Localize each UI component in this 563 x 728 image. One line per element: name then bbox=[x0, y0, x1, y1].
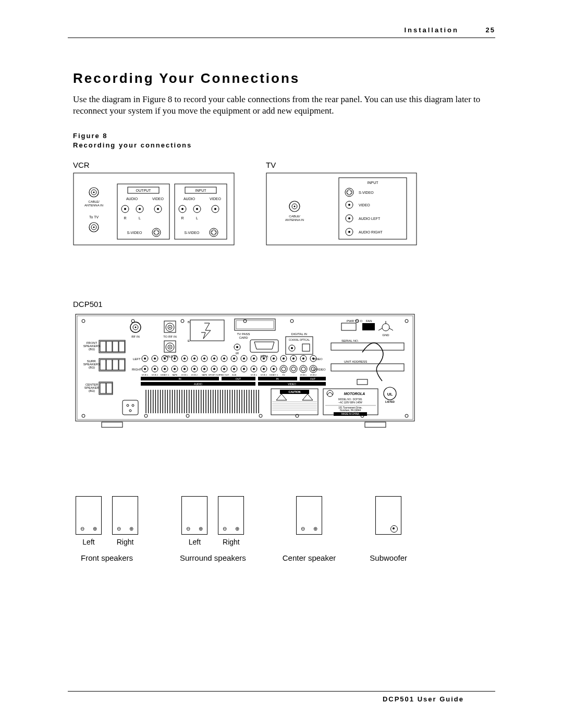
svg-point-183 bbox=[213, 357, 215, 360]
svg-point-181 bbox=[203, 368, 205, 370]
svg-text:MOTOROLA: MOTOROLA bbox=[344, 392, 365, 396]
svg-text:TV PASS: TV PASS bbox=[237, 332, 250, 336]
svg-text:SERIAL NO.: SERIAL NO. bbox=[341, 339, 359, 342]
svg-text:S-VIDEO: S-VIDEO bbox=[185, 231, 200, 235]
svg-point-221 bbox=[301, 367, 305, 371]
speaker-box: ⊖⊕ bbox=[181, 496, 207, 535]
header-section: Installation bbox=[404, 26, 459, 34]
svg-text:B: B bbox=[188, 320, 190, 324]
device-row-1: VCR CABLE/ ANTENNA IN To TV bbox=[73, 161, 495, 248]
vcr-output-label: OUTPUT bbox=[136, 189, 152, 192]
svg-point-155 bbox=[144, 357, 146, 360]
footer-rule bbox=[68, 691, 495, 692]
svg-text:S-VIDEO: S-VIDEO bbox=[359, 191, 374, 194]
svg-point-109 bbox=[236, 346, 238, 348]
speaker-terminals: FRONT SPEAKERS (8Ω) SURR. SPEAKERS (8Ω) … bbox=[83, 340, 125, 394]
svg-rect-46 bbox=[266, 173, 417, 245]
svg-point-41 bbox=[211, 230, 216, 235]
subwoofer: Subwoofer bbox=[370, 496, 407, 562]
svg-point-77 bbox=[290, 319, 293, 323]
svg-point-163 bbox=[164, 357, 166, 360]
svg-text:ANTENNA IN: ANTENNA IN bbox=[285, 218, 304, 221]
svg-rect-143 bbox=[113, 360, 118, 370]
svg-text:MODEL NO.: DCP 501: MODEL NO.: DCP 501 bbox=[338, 398, 362, 401]
svg-text:PWR TO O: PWR TO O bbox=[347, 319, 362, 323]
svg-point-45 bbox=[215, 233, 216, 234]
svg-text:AUDIO: AUDIO bbox=[194, 382, 202, 386]
svg-text:~AC 120V 60Hz   140W: ~AC 120V 60Hz 140W bbox=[338, 401, 362, 404]
svg-point-26 bbox=[157, 233, 158, 234]
svg-text:VCR 2: VCR 2 bbox=[261, 374, 267, 376]
svg-text:UL: UL bbox=[387, 392, 393, 397]
speaker-box: ⊖⊕ bbox=[296, 496, 322, 535]
svg-text:(8Ω): (8Ω) bbox=[89, 389, 95, 392]
vcr-diagram: CABLE/ ANTENNA IN To TV OUTPUT AUDIO VID… bbox=[73, 172, 235, 245]
svg-point-75 bbox=[181, 319, 184, 323]
svg-point-32 bbox=[181, 208, 183, 210]
svg-point-58 bbox=[350, 193, 351, 194]
svg-text:LEFT: LEFT bbox=[133, 357, 141, 361]
svg-text:VIDEO: VIDEO bbox=[152, 197, 164, 201]
svg-point-54 bbox=[347, 190, 352, 195]
figure-caption: Recording your connections bbox=[73, 141, 192, 149]
svg-text:(8Ω): (8Ω) bbox=[89, 348, 95, 351]
svg-rect-71 bbox=[102, 422, 123, 427]
tv-input-label: INPUT bbox=[368, 181, 379, 184]
svg-point-3 bbox=[93, 192, 95, 193]
svg-point-43 bbox=[215, 231, 216, 232]
svg-text:VIDEO 1: VIDEO 1 bbox=[270, 374, 278, 376]
svg-point-21 bbox=[152, 228, 161, 237]
vcr-ant-label: CABLE/ bbox=[88, 200, 100, 203]
svg-rect-135 bbox=[113, 341, 118, 352]
svg-point-161 bbox=[154, 368, 156, 370]
svg-rect-142 bbox=[106, 360, 112, 370]
svg-point-203 bbox=[263, 357, 265, 360]
svg-text:AUDIO LEFT: AUDIO LEFT bbox=[359, 217, 381, 220]
svg-point-197 bbox=[243, 368, 245, 370]
svg-point-83 bbox=[259, 414, 262, 417]
svg-point-201 bbox=[253, 368, 255, 370]
svg-line-125 bbox=[378, 328, 382, 330]
svg-point-165 bbox=[164, 368, 166, 370]
svg-point-49 bbox=[294, 206, 296, 207]
svg-text:OUT: OUT bbox=[310, 377, 316, 380]
svg-text:CAUTION: CAUTION bbox=[289, 390, 301, 393]
svg-text:VIDEO 1: VIDEO 1 bbox=[161, 374, 169, 376]
svg-point-307 bbox=[127, 404, 129, 406]
svg-text:Horsham, PA 19044: Horsham, PA 19044 bbox=[340, 409, 361, 412]
svg-point-169 bbox=[174, 368, 176, 370]
svg-point-213 bbox=[282, 367, 286, 371]
svg-rect-122 bbox=[362, 323, 375, 330]
svg-point-23 bbox=[154, 231, 155, 232]
svg-point-179 bbox=[203, 357, 205, 360]
svg-point-7 bbox=[93, 227, 95, 228]
content: Recording Your Connections Use the diagr… bbox=[73, 70, 495, 562]
svg-point-207 bbox=[273, 357, 275, 360]
svg-text:COAXIAL OPTICAL: COAXIAL OPTICAL bbox=[289, 339, 310, 341]
dcp501-label: DCP501 bbox=[73, 300, 495, 309]
svg-point-42 bbox=[212, 231, 213, 232]
svg-text:VCR 1: VCR 1 bbox=[181, 374, 188, 376]
speaker-box: ⊖⊕ bbox=[218, 496, 244, 535]
svg-marker-313 bbox=[276, 394, 287, 400]
svg-point-76 bbox=[243, 319, 247, 323]
svg-text:OUT: OUT bbox=[236, 377, 241, 380]
svg-point-53 bbox=[345, 188, 353, 196]
surround-speakers: ⊖⊕ Left ⊖⊕ Right Surround speakers bbox=[180, 496, 246, 562]
svg-point-86 bbox=[405, 414, 408, 417]
svg-point-308 bbox=[132, 404, 134, 406]
svg-point-217 bbox=[291, 367, 296, 371]
svg-rect-130 bbox=[331, 364, 404, 371]
svg-rect-70 bbox=[77, 316, 413, 419]
front-speakers: ⊖⊕ Left ⊖⊕ Right Front speakers bbox=[76, 496, 138, 562]
svg-point-193 bbox=[233, 368, 235, 370]
svg-rect-134 bbox=[106, 341, 112, 352]
svg-text:E: E bbox=[188, 339, 190, 342]
svg-point-215 bbox=[292, 357, 295, 360]
subwoofer-box bbox=[375, 496, 401, 535]
header-rule bbox=[68, 38, 495, 38]
svg-text:IN: IN bbox=[276, 377, 279, 380]
svg-text:UNIT ADDRESS: UNIT ADDRESS bbox=[344, 360, 367, 363]
svg-point-25 bbox=[154, 233, 155, 234]
svg-text:AUDIO: AUDIO bbox=[126, 197, 138, 201]
